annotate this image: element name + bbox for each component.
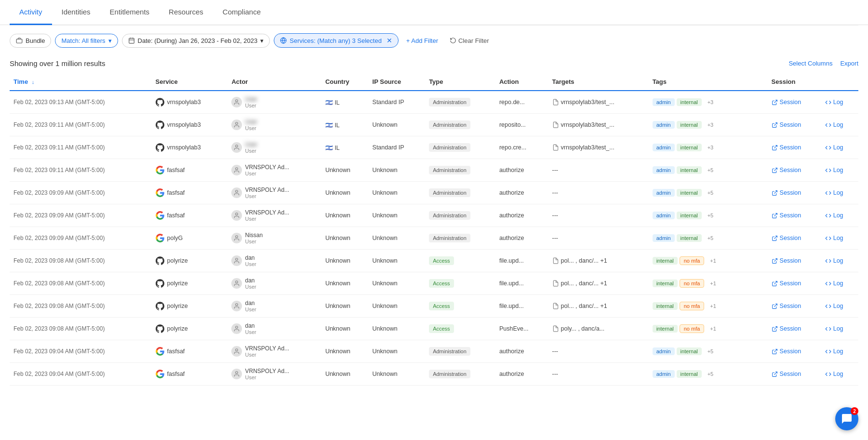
- tag-extra[interactable]: no mfa: [680, 279, 705, 288]
- tag-internal[interactable]: internal: [653, 280, 678, 287]
- cell-log[interactable]: Log: [821, 182, 858, 204]
- tag-internal[interactable]: internal: [677, 347, 702, 355]
- session-link[interactable]: Session: [772, 348, 817, 355]
- tag-admin[interactable]: admin: [653, 189, 675, 197]
- cell-service[interactable]: fasfsaf: [152, 182, 228, 204]
- date-filter[interactable]: Date: (During) Jan 26, 2023 - Feb 02, 20…: [122, 34, 270, 48]
- cell-service[interactable]: fasfsaf: [152, 159, 228, 182]
- nav-tab-activity[interactable]: Activity: [10, 0, 52, 25]
- cell-service[interactable]: polyG: [152, 227, 228, 250]
- cell-session[interactable]: Session: [768, 91, 821, 114]
- cell-log[interactable]: Log: [821, 136, 858, 159]
- cell-actor[interactable]: VRNSPOLY Ad... User: [227, 340, 321, 363]
- match-filter[interactable]: Match: All filters ▾: [55, 34, 118, 48]
- tag-admin[interactable]: admin: [653, 347, 675, 355]
- log-link[interactable]: Log: [825, 348, 855, 355]
- services-close-icon[interactable]: ✕: [387, 37, 392, 44]
- tag-internal[interactable]: internal: [677, 234, 702, 242]
- tag-internal[interactable]: internal: [677, 212, 702, 219]
- cell-service[interactable]: vrnspolylab3: [152, 136, 228, 159]
- log-link[interactable]: Log: [825, 325, 855, 332]
- cell-actor[interactable]: User User: [227, 136, 321, 159]
- add-filter-button[interactable]: + Add Filter: [402, 34, 442, 47]
- tag-internal[interactable]: internal: [677, 144, 702, 151]
- cell-log[interactable]: Log: [821, 204, 858, 227]
- session-link[interactable]: Session: [772, 371, 817, 377]
- session-link[interactable]: Session: [772, 235, 817, 241]
- col-ip-source[interactable]: IP Source: [369, 73, 426, 91]
- log-link[interactable]: Log: [825, 257, 855, 264]
- tag-internal[interactable]: internal: [677, 121, 702, 129]
- cell-log[interactable]: Log: [821, 114, 858, 136]
- tag-internal[interactable]: internal: [653, 302, 678, 310]
- cell-service[interactable]: polyrize: [152, 318, 228, 340]
- cell-session[interactable]: Session: [768, 136, 821, 159]
- cell-actor[interactable]: dan User: [227, 318, 321, 340]
- col-time[interactable]: Time ↓: [10, 73, 152, 91]
- tag-internal[interactable]: internal: [677, 189, 702, 197]
- cell-session[interactable]: Session: [768, 182, 821, 204]
- log-link[interactable]: Log: [825, 189, 855, 196]
- log-link[interactable]: Log: [825, 280, 855, 287]
- tag-internal[interactable]: internal: [677, 370, 702, 378]
- cell-actor[interactable]: dan User: [227, 250, 321, 272]
- cell-actor[interactable]: dan User: [227, 295, 321, 318]
- cell-log[interactable]: Log: [821, 363, 858, 386]
- cell-service[interactable]: polyrize: [152, 272, 228, 295]
- cell-session[interactable]: Session: [768, 159, 821, 182]
- tag-admin[interactable]: admin: [653, 98, 675, 106]
- cell-session[interactable]: Session: [768, 318, 821, 340]
- cell-session[interactable]: Session: [768, 250, 821, 272]
- tag-admin[interactable]: admin: [653, 234, 675, 242]
- cell-service[interactable]: vrnspolylab3: [152, 114, 228, 136]
- tag-admin[interactable]: admin: [653, 370, 675, 378]
- log-link[interactable]: Log: [825, 371, 855, 377]
- tag-admin[interactable]: admin: [653, 212, 675, 219]
- cell-log[interactable]: Log: [821, 91, 858, 114]
- col-actor[interactable]: Actor: [227, 73, 321, 91]
- cell-actor[interactable]: VRNSPOLY Ad... User: [227, 159, 321, 182]
- session-link[interactable]: Session: [772, 99, 817, 106]
- cell-actor[interactable]: VRNSPOLY Ad... User: [227, 204, 321, 227]
- select-columns-link[interactable]: Select Columns: [788, 60, 832, 67]
- cell-session[interactable]: Session: [768, 114, 821, 136]
- cell-actor[interactable]: VRNSPOLY Ad... User: [227, 182, 321, 204]
- cell-log[interactable]: Log: [821, 227, 858, 250]
- cell-service[interactable]: vrnspolylab3: [152, 91, 228, 114]
- nav-tab-compliance[interactable]: Compliance: [213, 0, 270, 25]
- col-session[interactable]: Session: [768, 73, 821, 91]
- log-link[interactable]: Log: [825, 144, 855, 151]
- clear-filter-button[interactable]: Clear Filter: [446, 34, 493, 47]
- log-link[interactable]: Log: [825, 212, 855, 219]
- cell-actor[interactable]: User User: [227, 91, 321, 114]
- tag-admin[interactable]: admin: [653, 166, 675, 174]
- session-link[interactable]: Session: [772, 121, 817, 128]
- nav-tab-entitlements[interactable]: Entitlements: [100, 0, 160, 25]
- col-country[interactable]: Country: [321, 73, 369, 91]
- services-filter[interactable]: Services: (Match any) 3 Selected ✕: [274, 33, 399, 48]
- cell-log[interactable]: Log: [821, 295, 858, 318]
- nav-tab-resources[interactable]: Resources: [159, 0, 213, 25]
- cell-actor[interactable]: User User: [227, 114, 321, 136]
- cell-service[interactable]: fasfsaf: [152, 363, 228, 386]
- col-service[interactable]: Service: [152, 73, 228, 91]
- cell-session[interactable]: Session: [768, 227, 821, 250]
- session-link[interactable]: Session: [772, 280, 817, 287]
- export-link[interactable]: Export: [840, 60, 858, 67]
- cell-log[interactable]: Log: [821, 340, 858, 363]
- cell-actor[interactable]: Nissan User: [227, 227, 321, 250]
- session-link[interactable]: Session: [772, 212, 817, 219]
- cell-session[interactable]: Session: [768, 204, 821, 227]
- tag-internal[interactable]: internal: [653, 325, 678, 333]
- bundle-filter[interactable]: Bundle: [10, 34, 51, 48]
- cell-session[interactable]: Session: [768, 272, 821, 295]
- cell-session[interactable]: Session: [768, 363, 821, 386]
- tag-extra[interactable]: no mfa: [680, 256, 705, 265]
- tag-internal[interactable]: internal: [677, 166, 702, 174]
- log-link[interactable]: Log: [825, 235, 855, 241]
- tag-extra[interactable]: no mfa: [680, 324, 705, 333]
- tag-internal[interactable]: internal: [653, 257, 678, 265]
- cell-service[interactable]: polyrize: [152, 295, 228, 318]
- cell-log[interactable]: Log: [821, 272, 858, 295]
- cell-log[interactable]: Log: [821, 159, 858, 182]
